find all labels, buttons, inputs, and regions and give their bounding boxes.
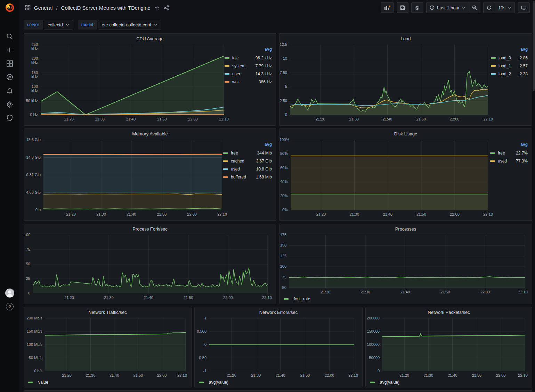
dashboards-icon[interactable] <box>6 60 14 67</box>
variable-dropdown-server[interactable]: collectd <box>44 20 73 30</box>
legend-item-free[interactable]: free22.7% <box>490 149 528 157</box>
user-avatar[interactable] <box>5 289 14 298</box>
alerting-bell-icon[interactable] <box>6 87 14 94</box>
search-icon[interactable] <box>6 33 14 40</box>
next-row-panel-edge <box>24 390 532 392</box>
x-tick-label: 21:40 <box>140 295 157 300</box>
x-tick-label: 22:00 <box>493 373 509 377</box>
x-tick-label: 22:00 <box>446 212 463 216</box>
legend-item-wait[interactable]: wait386 Hz <box>225 78 273 86</box>
explore-compass-icon[interactable] <box>6 73 14 81</box>
y-tick-label: 50 kHz <box>24 99 38 103</box>
cpu-average-chart[interactable] <box>41 45 224 115</box>
legend-item-fork-rate[interactable]: fork_rate <box>284 297 310 301</box>
legend-item-load0[interactable]: load_02.86 <box>491 54 528 62</box>
cycle-view-mode-button[interactable] <box>518 2 530 13</box>
y-tick-label: 0 <box>195 342 206 347</box>
share-icon[interactable] <box>164 5 169 10</box>
zoom-out-button[interactable] <box>469 2 480 13</box>
refresh-interval-picker[interactable]: 10s <box>495 2 514 13</box>
variable-dropdown-mount[interactable]: etc-collectd-collectd.conf <box>98 20 161 30</box>
y-tick-label: 0% <box>279 208 288 212</box>
breadcrumb-folder[interactable]: General <box>34 5 52 11</box>
panel-title[interactable]: Processes <box>279 225 532 233</box>
y-tick-label: 0 <box>366 369 380 373</box>
create-plus-icon[interactable] <box>6 46 14 54</box>
settings-gear-icon[interactable] <box>6 100 14 108</box>
legend-item-used[interactable]: used10.8 Gib <box>223 165 273 173</box>
legend-item-cached[interactable]: cached3.67 Gib <box>223 157 273 165</box>
legend-item-value[interactable]: value <box>28 380 48 385</box>
tv-icon <box>521 6 526 10</box>
y-tick-label: -0.50 <box>195 356 206 360</box>
grafana-logo[interactable] <box>5 3 15 12</box>
panel-title[interactable]: CPU Average <box>24 35 276 43</box>
star-icon[interactable]: ☆ <box>155 5 160 11</box>
panel-title[interactable]: Network Traffic/sec <box>24 309 191 316</box>
legend-item-load1[interactable]: load_12.57 <box>491 62 528 70</box>
x-tick-label: 21:30 <box>100 295 117 300</box>
x-tick-label: 21:20 <box>313 212 329 216</box>
admin-shield-icon[interactable] <box>6 114 14 122</box>
panel-network-traffic: Network Traffic/sec value 0 b/s50 Mb/s10… <box>24 307 192 387</box>
panel-process-fork: Process Fork/sec 025507510021:2021:3021:… <box>24 224 276 304</box>
x-tick-label: 21:20 <box>223 373 240 377</box>
save-dashboard-button[interactable] <box>397 2 408 13</box>
panel-title[interactable]: Network Packets/sec <box>366 309 532 316</box>
panel-network-errors: Network Errors/sec avg(value) -1-0.5000.… <box>194 307 363 387</box>
chevron-down-icon <box>462 7 465 9</box>
load-chart[interactable] <box>290 45 488 115</box>
legend-item-buffered[interactable]: buffered1.68 Mib <box>223 173 273 181</box>
series-swatch <box>199 382 204 383</box>
y-tick-label: 40% <box>279 180 288 184</box>
panel-title[interactable]: Load <box>279 35 532 43</box>
legend-avg-header[interactable]: avg <box>490 142 528 149</box>
scrollbar[interactable] <box>532 0 535 392</box>
panel-title[interactable]: Disk Usage <box>279 130 532 138</box>
help-icon[interactable]: ? <box>6 303 14 310</box>
legend-item-load2[interactable]: load_22.38 <box>491 70 528 78</box>
panel-title[interactable]: Network Errors/sec <box>195 309 362 316</box>
network-errors-chart[interactable] <box>209 318 354 371</box>
y-tick-label: 0 <box>279 112 287 117</box>
series-swatch <box>490 152 495 154</box>
panel-title[interactable]: Process Fork/sec <box>24 225 276 233</box>
network-packets-chart[interactable] <box>382 318 525 371</box>
x-tick-label: 22:10 <box>345 373 362 377</box>
legend-avg-header[interactable]: avg <box>491 47 528 54</box>
series-swatch <box>225 57 229 59</box>
memory-available-chart[interactable] <box>43 140 222 210</box>
y-tick-label: 2.50 <box>279 99 287 103</box>
x-tick-label: 21:40 <box>272 373 289 377</box>
legend-item-idle[interactable]: idle96.2 kHz <box>225 54 273 62</box>
disk-usage-chart[interactable] <box>291 140 488 210</box>
y-tick-label: 9.31 Gib <box>24 173 41 177</box>
time-range-picker[interactable]: Last 1 hour <box>427 2 469 13</box>
add-panel-button[interactable] <box>381 2 394 13</box>
x-tick-label: 21:20 <box>58 373 75 377</box>
panel-title[interactable]: Memory Available <box>24 130 276 138</box>
legend: avg free344 Mib cached3.67 Gib used10.8 … <box>223 142 273 181</box>
legend-avg-header[interactable]: avg <box>225 47 273 54</box>
legend-avg-header[interactable]: avg <box>223 142 273 149</box>
legend-item-user[interactable]: user14.3 kHz <box>225 70 273 78</box>
x-tick-label: 21:30 <box>91 117 108 121</box>
legend-item-system[interactable]: system7.79 kHz <box>225 62 273 70</box>
network-traffic-chart[interactable] <box>45 318 186 371</box>
x-tick-label: 22:00 <box>477 290 493 294</box>
process-fork-chart[interactable] <box>33 235 268 293</box>
x-tick-label: 21:30 <box>93 212 110 216</box>
processes-chart[interactable] <box>289 235 525 288</box>
legend-item-free[interactable]: free344 Mib <box>223 149 273 157</box>
x-tick-label: 22:00 <box>220 295 236 300</box>
legend-item-avg-value[interactable]: avg(value) <box>370 380 399 385</box>
variables-row: server collectd mount etc-collectd-colle… <box>24 20 161 30</box>
series-swatch <box>223 160 228 162</box>
refresh-button[interactable] <box>484 2 495 13</box>
y-tick-label: 12.5 <box>279 42 287 47</box>
top-navbar: General / CollectD Server Metrics with T… <box>19 0 535 15</box>
scrollbar-thumb[interactable] <box>533 1 535 91</box>
legend-item-used[interactable]: used77.3% <box>490 157 528 165</box>
dashboard-settings-button[interactable] <box>411 2 423 13</box>
legend-item-avg-value[interactable]: avg(value) <box>199 380 228 385</box>
